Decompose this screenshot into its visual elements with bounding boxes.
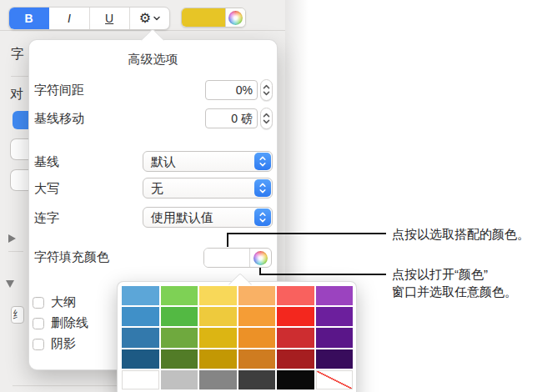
shadow-checkbox[interactable]: [33, 339, 44, 350]
color-swatch[interactable]: [199, 370, 237, 389]
color-swatch[interactable]: [161, 286, 198, 305]
popover-title: 高级选项: [29, 52, 277, 68]
partial-button-2[interactable]: [10, 169, 30, 191]
font-section-label: 字: [11, 46, 24, 63]
color-swatch[interactable]: [277, 349, 314, 369]
color-swatch[interactable]: [161, 349, 198, 369]
color-swatch[interactable]: [122, 328, 159, 347]
color-swatch[interactable]: [161, 328, 198, 347]
annotation-matching-color: 点按以选取搭配的颜色。: [392, 225, 529, 243]
partial-small-button[interactable]: 纟: [11, 306, 24, 324]
color-swatch[interactable]: [122, 307, 159, 326]
baseline-shift-stepper[interactable]: [260, 108, 273, 129]
ligatures-dropdown-value: 使用默认值: [151, 209, 213, 226]
outline-checkbox[interactable]: [33, 297, 44, 309]
color-swatch[interactable]: [199, 349, 237, 369]
color-swatch[interactable]: [199, 328, 237, 347]
color-swatch[interactable]: [277, 370, 314, 389]
char-spacing-label: 字符间距: [34, 83, 84, 98]
color-swatch[interactable]: [238, 328, 276, 347]
ligatures-dropdown[interactable]: 使用默认值: [143, 207, 273, 228]
color-swatch[interactable]: [122, 286, 159, 305]
capitalization-label: 大写: [34, 181, 59, 197]
capitalization-dropdown-value: 无: [151, 180, 163, 197]
disclosure-triangle-collapsed[interactable]: [8, 234, 16, 243]
screenshot-stage: B I U ⚙ 字 对 纟 高级选项 字符间距 0% 基线移动 0 磅: [0, 0, 542, 392]
color-swatch[interactable]: [316, 328, 354, 347]
fill-color-label: 字符填充颜色: [34, 249, 109, 265]
strikethrough-checkbox[interactable]: [33, 318, 44, 329]
dropdown-chevrons-icon: [254, 209, 271, 226]
advanced-options-gear-button[interactable]: ⚙: [130, 8, 169, 29]
annotation-any-color-line2: 窗口并选取任意颜色。: [392, 283, 517, 300]
callout-line-matching-color-drop: [227, 233, 228, 247]
dropdown-chevrons-icon: [254, 179, 271, 197]
character-fill-color-well: [203, 248, 272, 268]
partial-button-char: 纟: [13, 308, 23, 322]
color-swatch[interactable]: [238, 307, 276, 326]
color-swatch[interactable]: [316, 286, 354, 305]
color-palette-popover: [117, 281, 357, 392]
bold-label: B: [25, 12, 33, 25]
color-swatch[interactable]: [199, 286, 237, 305]
color-swatch[interactable]: [238, 286, 276, 305]
annotation-any-color: 点按以打开“颜色” 窗口并选取任意颜色。: [392, 265, 517, 300]
color-wheel-button[interactable]: [226, 8, 245, 27]
partial-button-1[interactable]: [10, 138, 30, 160]
outline-checkbox-row: 大纲: [33, 294, 76, 310]
open-colors-window-button[interactable]: [250, 249, 271, 267]
capitalization-dropdown[interactable]: 无: [143, 178, 273, 199]
color-swatch[interactable]: [161, 370, 198, 389]
baseline-shift-field[interactable]: 0 磅: [205, 108, 258, 128]
baseline-dropdown[interactable]: 默认: [143, 151, 273, 172]
underline-label: U: [105, 12, 113, 25]
stepper-chevrons-icon: [263, 113, 270, 124]
annotation-any-color-line1: 点按以打开“颜色”: [392, 265, 517, 283]
callout-line-matching-color: [227, 233, 386, 234]
color-swatch[interactable]: [161, 307, 198, 326]
shadow-label: 阴影: [51, 336, 76, 352]
color-swatch[interactable]: [238, 349, 276, 369]
color-swatch[interactable]: [277, 328, 314, 347]
gear-icon: ⚙: [139, 12, 151, 25]
toolbar-divider: [0, 30, 285, 31]
section-divider: [11, 76, 28, 77]
color-swatch[interactable]: [316, 307, 354, 326]
shadow-checkbox-row: 阴影: [33, 336, 76, 352]
strikethrough-checkbox-row: 删除线: [33, 315, 88, 331]
dropdown-chevrons-icon: [254, 153, 271, 170]
section-divider: [8, 251, 23, 252]
underline-button[interactable]: U: [90, 8, 130, 29]
swatch-no-color[interactable]: [316, 370, 354, 389]
color-swatch[interactable]: [277, 307, 314, 326]
strikethrough-label: 删除线: [51, 315, 88, 331]
section-divider: [13, 385, 117, 386]
color-swatch[interactable]: [316, 349, 354, 369]
text-color-well[interactable]: [181, 8, 246, 28]
chevron-down-icon: [153, 16, 160, 21]
baseline-label: 基线: [34, 154, 59, 170]
matching-color-button[interactable]: [204, 249, 250, 267]
color-swatch[interactable]: [122, 370, 159, 389]
current-color-swatch[interactable]: [182, 8, 226, 27]
disclosure-triangle-expanded[interactable]: [6, 280, 14, 288]
callout-line-any-color: [259, 274, 386, 275]
outline-label: 大纲: [51, 294, 76, 310]
baseline-shift-label: 基线移动: [34, 111, 84, 127]
bold-button[interactable]: B: [9, 8, 49, 29]
color-wheel-icon: [228, 11, 243, 25]
italic-button[interactable]: I: [49, 8, 89, 29]
char-spacing-field[interactable]: 0%: [205, 80, 258, 100]
color-swatch[interactable]: [238, 370, 276, 389]
color-swatch[interactable]: [122, 349, 159, 369]
alignment-section-label: 对: [10, 86, 23, 103]
color-swatch[interactable]: [277, 286, 314, 305]
baseline-dropdown-value: 默认: [151, 153, 176, 170]
text-style-segmented-control: B I U ⚙: [8, 7, 170, 30]
color-wheel-icon: [253, 251, 268, 265]
palette-grid: [122, 286, 353, 389]
italic-label: I: [68, 12, 71, 25]
color-swatch[interactable]: [199, 307, 237, 326]
char-spacing-stepper[interactable]: [260, 79, 273, 101]
ligatures-label: 连字: [34, 210, 59, 226]
